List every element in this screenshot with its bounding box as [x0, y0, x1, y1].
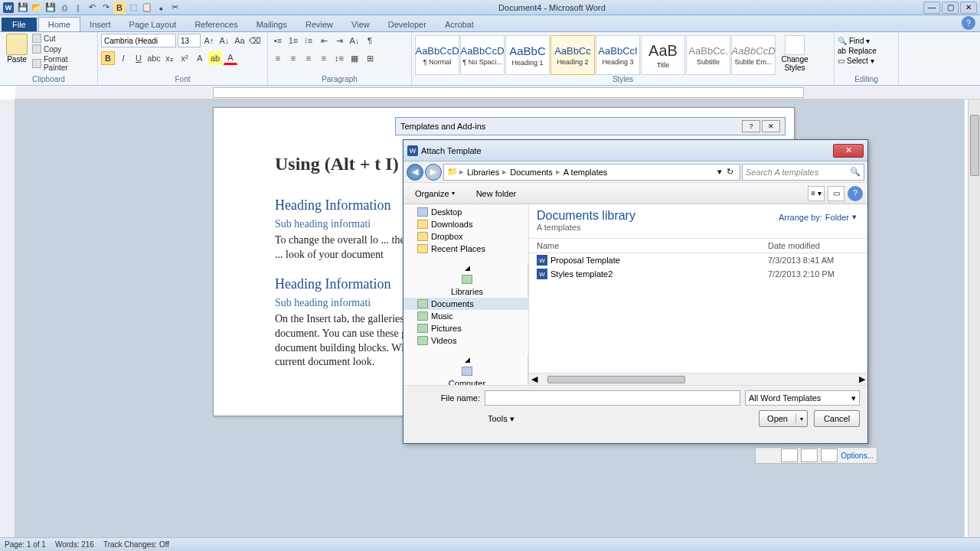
style-subtitle[interactable]: AaBbCc.Subtitle	[686, 35, 730, 75]
search-input[interactable]: Search A templates 🔍	[742, 164, 864, 181]
qat-object-icon[interactable]: ⬥	[155, 2, 167, 14]
font-name-combo[interactable]: Cambria (Headi	[101, 34, 176, 47]
minimize-button[interactable]: —	[923, 2, 940, 14]
vertical-ruler[interactable]	[0, 99, 15, 543]
nav-desktop[interactable]: Desktop	[403, 206, 528, 218]
superscript-button[interactable]: x²	[178, 51, 191, 65]
show-marks-icon[interactable]: ¶	[363, 34, 377, 47]
crumb-folder[interactable]: A templates	[562, 168, 609, 177]
breadcrumb-dropdown-icon[interactable]: ▾	[717, 167, 722, 177]
file-tab[interactable]: File	[2, 18, 37, 31]
underline-button[interactable]: U	[132, 51, 145, 65]
style-no-spacing[interactable]: AaBbCcD¶ No Spaci...	[460, 35, 505, 75]
qat-save2-icon[interactable]: 💾	[44, 2, 57, 14]
style-heading2[interactable]: AaBbCcHeading 2	[550, 35, 595, 75]
opt-icon-1[interactable]	[781, 448, 798, 462]
arrange-by[interactable]: Arrange by: Folder ▾	[779, 212, 857, 222]
col-name[interactable]: Name	[537, 241, 768, 250]
column-headers[interactable]: Name Date modified	[529, 238, 867, 253]
cut-button[interactable]: Cut	[32, 34, 94, 43]
maximize-button[interactable]: ▢	[942, 2, 959, 14]
align-left-icon[interactable]: ≡	[271, 51, 285, 65]
nav-libraries[interactable]: ◢Libraries	[403, 262, 528, 298]
horizontal-scrollbar[interactable]: ◀▶	[529, 373, 867, 385]
templates-help-button[interactable]: ?	[742, 120, 760, 132]
nav-computer[interactable]: ◢Computer	[403, 354, 528, 385]
open-button[interactable]: Open ▾	[759, 410, 808, 427]
qat-redo-icon[interactable]: ↷	[100, 2, 112, 14]
vertical-scrollbar[interactable]	[968, 99, 980, 537]
tab-view[interactable]: View	[342, 18, 379, 31]
file-row[interactable]: W Proposal Template 7/3/2013 8:41 AM	[529, 253, 867, 267]
paste-button[interactable]: Paste	[3, 34, 31, 64]
replace-button[interactable]: abReplace	[838, 47, 877, 55]
italic-button[interactable]: I	[116, 51, 130, 65]
strike-button[interactable]: abc	[147, 51, 161, 65]
nav-recent[interactable]: Recent Places	[403, 243, 528, 255]
crumb-libraries[interactable]: Libraries	[466, 168, 501, 177]
nav-videos[interactable]: Videos	[403, 334, 528, 347]
crumb-documents[interactable]: Documents	[508, 168, 554, 177]
qat-undo-icon[interactable]: ↶	[86, 2, 98, 14]
qat-cut-icon[interactable]: ✂	[168, 2, 181, 14]
close-button[interactable]: ✕	[960, 2, 977, 14]
change-styles-button[interactable]: Change Styles	[777, 34, 812, 72]
dec-indent-icon[interactable]: ⇤	[317, 34, 331, 47]
view-mode-button[interactable]: ≡ ▾	[808, 186, 825, 201]
tab-developer[interactable]: Developer	[379, 18, 436, 31]
qat-bold-icon[interactable]: B	[113, 2, 126, 14]
qat-paste-icon[interactable]: 📋	[141, 2, 153, 14]
style-heading3[interactable]: AaBbCcIHeading 3	[596, 35, 640, 75]
col-date[interactable]: Date modified	[768, 241, 860, 250]
tab-acrobat[interactable]: Acrobat	[436, 18, 483, 31]
qat-ext-icon[interactable]: ⬚	[127, 2, 139, 14]
numbering-icon[interactable]: 1≡	[286, 34, 300, 47]
inc-indent-icon[interactable]: ⇥	[332, 34, 346, 47]
breadcrumb[interactable]: 📁 ▸ Libraries ▸ Documents ▸ A templates …	[443, 164, 740, 181]
clear-format-icon[interactable]: ⌫	[248, 34, 262, 47]
filename-input[interactable]	[485, 390, 740, 406]
new-folder-button[interactable]: New folder	[469, 187, 524, 201]
nav-downloads[interactable]: Downloads	[403, 218, 528, 230]
templates-close-button[interactable]: ✕	[762, 120, 780, 132]
font-size-combo[interactable]: 13	[178, 34, 201, 47]
find-button[interactable]: 🔍Find ▾	[838, 37, 877, 45]
qat-save-icon[interactable]: 💾	[17, 2, 29, 14]
nav-dropbox[interactable]: Dropbox	[403, 230, 528, 243]
style-normal[interactable]: AaBbCcD¶ Normal	[415, 35, 459, 75]
nav-pictures[interactable]: Pictures	[403, 322, 528, 334]
subscript-button[interactable]: x₂	[162, 51, 176, 65]
options-link[interactable]: Options...	[841, 452, 874, 460]
line-spacing-icon[interactable]: ↕≡	[332, 51, 346, 65]
opt-icon-3[interactable]	[821, 448, 838, 462]
tab-page-layout[interactable]: Page Layout	[120, 18, 186, 31]
status-words[interactable]: Words: 216	[55, 540, 94, 549]
cancel-button[interactable]: Cancel	[814, 410, 860, 427]
sort-icon[interactable]: A↓	[348, 34, 361, 47]
align-right-icon[interactable]: ≡	[302, 51, 315, 65]
font-color-icon[interactable]: A	[224, 51, 237, 65]
qat-print-icon[interactable]: ⎙	[58, 2, 70, 14]
shrink-font-icon[interactable]: A↓	[217, 34, 231, 47]
filetype-combo[interactable]: All Word Templates ▾	[745, 390, 860, 406]
dialog-help-icon[interactable]: ?	[848, 186, 863, 201]
tab-mailings[interactable]: Mailings	[247, 18, 296, 31]
bold-button[interactable]: B	[101, 51, 115, 65]
tab-insert[interactable]: Insert	[80, 18, 120, 31]
change-case-icon[interactable]: Aa	[233, 34, 247, 47]
format-painter-button[interactable]: Format Painter	[32, 55, 94, 72]
qat-open-icon[interactable]: 📂	[31, 2, 43, 14]
refresh-icon[interactable]: ↻	[724, 167, 737, 177]
help-icon[interactable]: ?	[962, 16, 975, 30]
nav-music[interactable]: Music	[403, 310, 528, 322]
select-button[interactable]: ▭Select ▾	[838, 57, 877, 65]
grow-font-icon[interactable]: A↑	[202, 34, 216, 47]
organize-button[interactable]: Organize▾	[408, 187, 462, 201]
style-heading1[interactable]: AaBbCHeading 1	[505, 35, 550, 75]
copy-button[interactable]: Copy	[32, 44, 94, 54]
style-title[interactable]: AaBTitle	[641, 35, 685, 75]
multilevel-icon[interactable]: ⁝≡	[302, 34, 315, 47]
dialog-titlebar[interactable]: W Attach Template ✕	[403, 140, 867, 161]
status-track[interactable]: Track Changes: Off	[103, 540, 169, 549]
text-effects-icon[interactable]: A	[193, 51, 207, 65]
